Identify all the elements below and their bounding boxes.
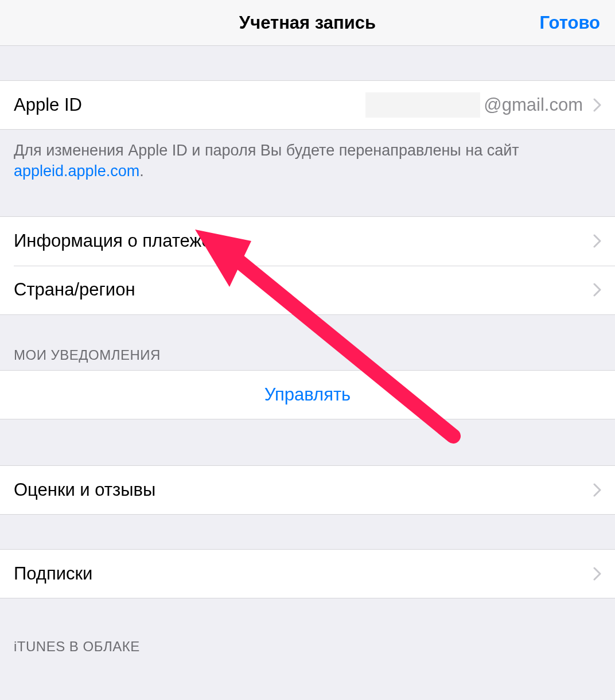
apple-id-footer-note: Для изменения Apple ID и пароля Вы будет… xyxy=(0,130,615,196)
navbar: Учетная запись Готово xyxy=(0,0,615,46)
note-text-after: . xyxy=(139,162,144,180)
chevron-right-icon xyxy=(593,98,601,112)
section-header-notifications: МОИ УВЕДОМЛЕНИЯ xyxy=(0,315,615,370)
spacer xyxy=(0,46,615,80)
redacted-email-prefix xyxy=(365,92,480,118)
ratings-reviews-label: Оценки и отзывы xyxy=(14,480,155,500)
spacer xyxy=(0,515,615,549)
section-header-itunes-cloud: iTUNES В ОБЛАКЕ xyxy=(0,598,615,662)
chevron-right-icon xyxy=(593,234,601,248)
chevron-right-icon xyxy=(593,283,601,297)
payment-info-row[interactable]: Информация о платеже xyxy=(0,216,615,266)
subscriptions-row[interactable]: Подписки xyxy=(0,549,615,598)
apple-id-row[interactable]: Apple ID @gmail.com xyxy=(0,80,615,130)
apple-id-suffix: @gmail.com xyxy=(484,95,583,115)
subscriptions-label: Подписки xyxy=(14,563,92,584)
apple-id-label: Apple ID xyxy=(14,95,82,115)
country-region-row[interactable]: Страна/регион xyxy=(0,266,615,315)
payment-info-label: Информация о платеже xyxy=(14,231,211,251)
done-button[interactable]: Готово xyxy=(540,13,601,33)
spacer xyxy=(0,419,615,465)
apple-id-value: @gmail.com xyxy=(82,92,587,118)
ratings-reviews-row[interactable]: Оценки и отзывы xyxy=(0,465,615,515)
navbar-title: Учетная запись xyxy=(239,13,376,33)
appleid-link[interactable]: appleid.apple.com xyxy=(14,162,139,180)
country-region-label: Страна/регион xyxy=(14,279,135,300)
chevron-right-icon xyxy=(593,567,601,581)
manage-button[interactable]: Управлять xyxy=(0,370,615,419)
chevron-right-icon xyxy=(593,483,601,497)
manage-label: Управлять xyxy=(264,384,351,405)
spacer xyxy=(0,196,615,216)
note-text-before: Для изменения Apple ID и пароля Вы будет… xyxy=(14,142,519,159)
